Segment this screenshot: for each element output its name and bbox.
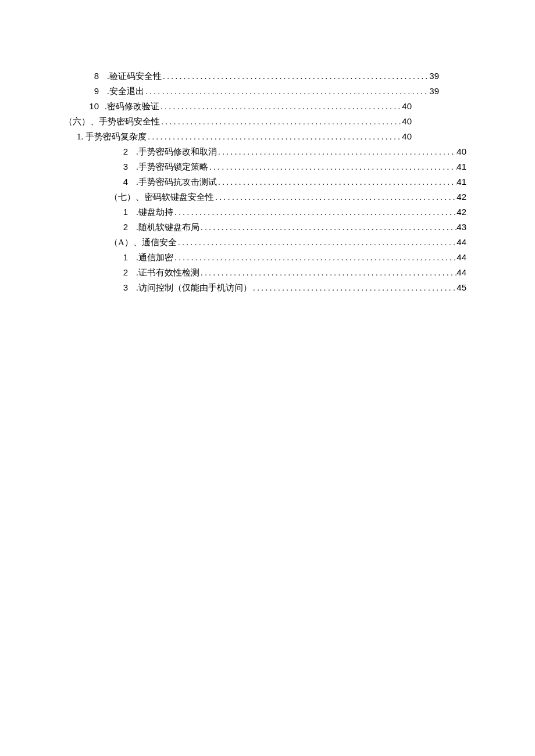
- toc-entry-page: 44: [456, 235, 466, 250]
- toc-entry-page: 39: [429, 69, 439, 84]
- toc-dot-leader: [208, 159, 457, 174]
- toc-entry-title: 密码修改验证: [107, 99, 159, 114]
- toc-entry-page: 40: [402, 129, 412, 144]
- toc-dot-leader: [147, 129, 402, 144]
- toc-entry-page: 44: [456, 250, 466, 265]
- toc-entry: （六）、手势密码安全性 40: [64, 114, 412, 129]
- toc-entry-number: 10: [88, 99, 99, 114]
- toc-entry-number: 3: [117, 280, 128, 295]
- toc-entry-title: 键盘劫持: [138, 205, 173, 220]
- toc-entry: （A）、通信安全 44: [64, 235, 466, 250]
- toc-entry: 2. 随机软键盘布局 43: [64, 220, 466, 235]
- toc-entry: （七）、密码软键盘安全性 42: [64, 189, 466, 205]
- toc-entry-number: 8: [88, 69, 99, 84]
- toc-dot-leader: [217, 174, 457, 189]
- toc-entry-title: 手势密码修改和取消: [138, 144, 217, 159]
- toc-entry: 2. 手势密码修改和取消 40: [64, 144, 466, 159]
- toc-entry: 3. 访问控制（仅能由手机访问） 45: [64, 280, 466, 295]
- toc-entry-page: 45: [456, 280, 466, 295]
- toc-entry-title: （六）、手势密码安全性: [64, 114, 160, 129]
- toc-dot-leader: [199, 265, 457, 280]
- toc-entry-title: 通信加密: [138, 250, 173, 265]
- toc-dot-leader: [199, 220, 457, 235]
- toc-entry-page: 40: [402, 99, 412, 114]
- toc-entry-page: 41: [456, 159, 466, 174]
- toc-entry-title: 访问控制（仅能由手机访问）: [138, 280, 252, 295]
- toc-dot-leader: [160, 114, 402, 129]
- toc-dot-leader: [159, 99, 402, 114]
- toc-entry: 8. 验证码安全性 39: [64, 69, 439, 84]
- toc-entry-number: 2: [117, 265, 128, 280]
- toc-entry-title: （七）、密码软键盘安全性: [109, 189, 214, 205]
- toc-entry-page: 41: [456, 174, 466, 189]
- toc-entry-number: 1: [117, 205, 128, 220]
- toc-entry: 1. 通信加密 44: [64, 250, 466, 265]
- toc-dot-leader: [177, 235, 456, 250]
- toc-entry-page: 43: [456, 220, 466, 235]
- toc-entry-title: 验证码安全性: [109, 69, 162, 84]
- toc-entry: 1. 手势密码复杂度 40: [64, 129, 412, 144]
- toc-dot-leader: [214, 189, 456, 205]
- toc-entry: 4. 手势密码抗攻击测试 41: [64, 174, 466, 189]
- toc-entry-number: 1: [117, 250, 128, 265]
- toc-entry: 10.密码修改验证 40: [64, 99, 412, 114]
- toc-dot-leader: [252, 280, 457, 295]
- toc-entry-title: 证书有效性检测: [138, 265, 199, 280]
- toc-entry-title: 安全退出: [109, 84, 144, 99]
- toc-entry-number: 3: [117, 159, 128, 174]
- toc-entry: 3. 手势密码锁定策略 41: [64, 159, 466, 174]
- toc-entry-page: 40: [456, 144, 466, 159]
- toc-entry: 9. 安全退出 39: [64, 84, 439, 99]
- toc-entry-title: 1. 手势密码复杂度: [77, 129, 147, 144]
- toc-container: 8. 验证码安全性 399. 安全退出 3910.密码修改验证 40（六）、手势…: [0, 69, 535, 295]
- toc-entry-title: （A）、通信安全: [109, 235, 177, 250]
- toc-entry: 1. 键盘劫持 42: [64, 205, 466, 220]
- toc-entry: 2. 证书有效性检测 44: [64, 265, 466, 280]
- toc-dot-leader: [162, 69, 430, 84]
- toc-entry-page: 39: [429, 84, 439, 99]
- toc-entry-title: 手势密码抗攻击测试: [138, 174, 217, 189]
- toc-entry-page: 44: [456, 265, 466, 280]
- toc-entry-number: 4: [117, 174, 128, 189]
- toc-entry-page: 42: [456, 189, 466, 205]
- toc-dot-leader: [173, 205, 457, 220]
- toc-dot-leader: [144, 84, 430, 99]
- toc-entry-number: 2: [117, 220, 128, 235]
- toc-dot-leader: [217, 144, 457, 159]
- toc-entry-title: 手势密码锁定策略: [138, 159, 208, 174]
- toc-entry-page: 42: [456, 205, 466, 220]
- toc-entry-number: 2: [117, 144, 128, 159]
- toc-entry-page: 40: [402, 114, 412, 129]
- toc-dot-leader: [173, 250, 457, 265]
- toc-entry-number: 9: [88, 84, 99, 99]
- toc-entry-title: 随机软键盘布局: [138, 220, 199, 235]
